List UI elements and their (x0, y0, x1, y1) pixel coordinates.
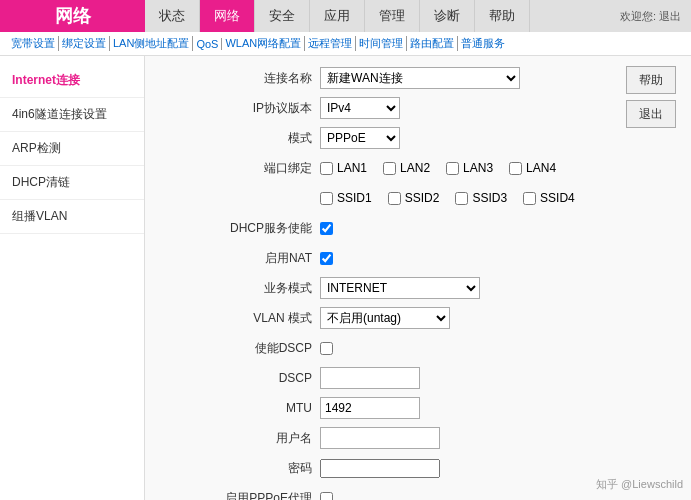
lan4-label: LAN4 (526, 161, 556, 175)
lan-checkboxes: LAN1 LAN2 LAN3 LAN4 (320, 161, 564, 175)
dscp-enable-row: 使能DSCP (160, 336, 676, 360)
subnav-wlan[interactable]: WLAN网络配置 (222, 36, 305, 51)
nav-tab-status[interactable]: 状态 (145, 0, 200, 32)
mtu-field (320, 397, 420, 419)
password-label: 密码 (160, 460, 320, 477)
ssid-row: SSID1 SSID2 SSID3 SSID4 (160, 186, 676, 210)
watermark: 知乎 @Liewschild (596, 477, 683, 492)
lan3-checkbox[interactable] (446, 162, 459, 175)
vlan-mode-select[interactable]: 不启用(untag) (320, 307, 450, 329)
vlan-mode-label: VLAN 模式 (160, 310, 320, 327)
ip-version-label: IP协议版本 (160, 100, 320, 117)
lan2-label: LAN2 (400, 161, 430, 175)
form: 连接名称 新建WAN连接 IP协议版本 IPv4 模式 (160, 66, 676, 500)
dscp-enable-label: 使能DSCP (160, 340, 320, 357)
vlan-mode-row: VLAN 模式 不启用(untag) (160, 306, 676, 330)
dhcp-checkbox[interactable] (320, 222, 333, 235)
nav-tab-network[interactable]: 网络 (200, 0, 255, 32)
help-button[interactable]: 帮助 (626, 66, 676, 94)
sidebar: Internet连接 4in6隧道连接设置 ARP检测 DHCP清链 组播VLA… (0, 56, 145, 500)
nav-tabs: 状态 网络 安全 应用 管理 诊断 帮助 (145, 0, 610, 32)
vlan-mode-field: 不启用(untag) (320, 307, 450, 329)
lan2-checkbox-group: LAN2 (383, 161, 430, 175)
nav-tab-manage[interactable]: 管理 (365, 0, 420, 32)
dscp-enable-checkbox[interactable] (320, 342, 333, 355)
subnav-remote[interactable]: 远程管理 (305, 36, 356, 51)
ssid1-checkbox-group: SSID1 (320, 191, 372, 205)
password-field (320, 459, 440, 478)
pppoe-proxy-label: 启用PPPoE代理 (160, 490, 320, 501)
subnav-lan-ip[interactable]: LAN侧地址配置 (110, 36, 193, 51)
username-input[interactable] (320, 427, 440, 449)
connection-name-select[interactable]: 新建WAN连接 (320, 67, 520, 89)
nav-tab-app[interactable]: 应用 (310, 0, 365, 32)
subnav-time[interactable]: 时间管理 (356, 36, 407, 51)
mode-row: 模式 PPPoE (160, 126, 676, 150)
service-mode-select[interactable]: INTERNET (320, 277, 480, 299)
pppoe-proxy-checkbox[interactable] (320, 492, 333, 501)
content-area: 帮助 退出 连接名称 新建WAN连接 IP协议版本 IPv4 (145, 56, 691, 500)
ssid2-checkbox[interactable] (388, 192, 401, 205)
ssid1-label: SSID1 (337, 191, 372, 205)
username-label: 用户名 (160, 430, 320, 447)
sidebar-item-4in6[interactable]: 4in6隧道连接设置 (0, 98, 144, 132)
mtu-row: MTU (160, 396, 676, 420)
ssid3-checkbox-group: SSID3 (455, 191, 507, 205)
port-bind-label: 端口绑定 (160, 160, 320, 177)
subnav-broadband[interactable]: 宽带设置 (8, 36, 59, 51)
sidebar-item-arp[interactable]: ARP检测 (0, 132, 144, 166)
sub-nav: 宽带设置 绑定设置 LAN侧地址配置 QoS WLAN网络配置 远程管理 时间管… (0, 32, 691, 56)
logo: 网络 (0, 0, 145, 32)
ssid3-checkbox[interactable] (455, 192, 468, 205)
ssid2-checkbox-group: SSID2 (388, 191, 440, 205)
ssid1-checkbox[interactable] (320, 192, 333, 205)
username-row: 用户名 (160, 426, 676, 450)
lan4-checkbox[interactable] (509, 162, 522, 175)
dhcp-label: DHCP服务使能 (160, 220, 320, 237)
ip-version-row: IP协议版本 IPv4 (160, 96, 676, 120)
subnav-bind[interactable]: 绑定设置 (59, 36, 110, 51)
dscp-field (320, 367, 420, 389)
sidebar-item-vlan[interactable]: 组播VLAN (0, 200, 144, 234)
exit-button[interactable]: 退出 (626, 100, 676, 128)
pppoe-proxy-field (320, 492, 333, 501)
subnav-route[interactable]: 路由配置 (407, 36, 458, 51)
nav-tab-diag[interactable]: 诊断 (420, 0, 475, 32)
nat-checkbox[interactable] (320, 252, 333, 265)
nav-tab-help[interactable]: 帮助 (475, 0, 530, 32)
dscp-input[interactable] (320, 367, 420, 389)
dhcp-row: DHCP服务使能 (160, 216, 676, 240)
username-field (320, 427, 440, 449)
service-mode-field: INTERNET (320, 277, 480, 299)
nav-tab-security[interactable]: 安全 (255, 0, 310, 32)
mtu-label: MTU (160, 401, 320, 415)
mode-field: PPPoE (320, 127, 400, 149)
connection-name-label: 连接名称 (160, 70, 320, 87)
ssid4-checkbox[interactable] (523, 192, 536, 205)
dhcp-field (320, 222, 333, 235)
dscp-row: DSCP (160, 366, 676, 390)
dscp-enable-field (320, 342, 333, 355)
mtu-input[interactable] (320, 397, 420, 419)
lan2-checkbox[interactable] (383, 162, 396, 175)
ssid4-checkbox-group: SSID4 (523, 191, 575, 205)
nat-field (320, 252, 333, 265)
connection-name-row: 连接名称 新建WAN连接 (160, 66, 676, 90)
sidebar-item-dhcp[interactable]: DHCP清链 (0, 166, 144, 200)
connection-name-field: 新建WAN连接 (320, 67, 520, 89)
service-mode-row: 业务模式 INTERNET (160, 276, 676, 300)
action-buttons: 帮助 退出 (626, 66, 676, 128)
dscp-label: DSCP (160, 371, 320, 385)
mode-select[interactable]: PPPoE (320, 127, 400, 149)
lan1-checkbox[interactable] (320, 162, 333, 175)
subnav-misc[interactable]: 普通服务 (458, 36, 508, 51)
ip-version-field: IPv4 (320, 97, 400, 119)
password-input[interactable] (320, 459, 440, 478)
top-right-user: 欢迎您: 退出 (610, 0, 691, 32)
ip-version-select[interactable]: IPv4 (320, 97, 400, 119)
ssid3-label: SSID3 (472, 191, 507, 205)
subnav-qos[interactable]: QoS (193, 38, 222, 50)
nat-row: 启用NAT (160, 246, 676, 270)
lan1-checkbox-group: LAN1 (320, 161, 367, 175)
sidebar-item-internet[interactable]: Internet连接 (0, 64, 144, 98)
